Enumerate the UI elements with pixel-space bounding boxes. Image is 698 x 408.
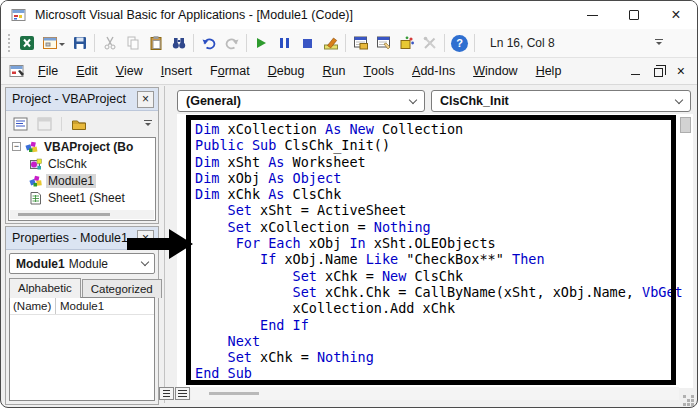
menubar: FileEditViewInsertFormatDebugRunToolsAdd…: [1, 58, 697, 85]
copy-icon[interactable]: [121, 32, 144, 55]
menu-view[interactable]: View: [107, 58, 152, 84]
properties-panel: Properties - Module1 × Module1 Module Al…: [5, 226, 159, 405]
menu-edit[interactable]: Edit: [67, 58, 107, 84]
chevron-down-icon: [409, 95, 417, 103]
menu-debug[interactable]: Debug: [259, 58, 314, 84]
line-col-indicator: Ln 16, Col 8: [490, 36, 555, 50]
properties-panel-title: Properties - Module1: [12, 231, 128, 245]
code-editor[interactable]: Dim xCollection As New CollectionPublic …: [177, 114, 693, 388]
properties-grid: (Name) Module1: [9, 297, 155, 401]
worksheet-icon: [28, 191, 43, 205]
tree-item-sheet1[interactable]: Sheet1 (Sheet: [9, 189, 155, 206]
run-icon[interactable]: [250, 32, 273, 55]
tree-item-clschk[interactable]: ClsChk: [9, 155, 155, 172]
insert-userform-icon[interactable]: [38, 32, 68, 55]
menu-file[interactable]: File: [29, 58, 67, 84]
scrollbar-thumb[interactable]: [209, 392, 259, 395]
tree-item-module1[interactable]: Module1: [9, 172, 155, 189]
chevron-down-icon: [141, 258, 149, 266]
code-hscrollbar[interactable]: [191, 387, 679, 400]
close-icon: ×: [671, 7, 680, 23]
procedure-view-button[interactable]: [159, 387, 174, 400]
toolbar-grip[interactable]: [7, 34, 12, 52]
selected-object-name: Module1: [16, 257, 65, 271]
save-icon[interactable]: [68, 32, 91, 55]
vba-project-icon: [24, 140, 39, 154]
properties-window-icon[interactable]: [372, 32, 395, 55]
tab-alphabetic[interactable]: Alphabetic: [9, 278, 81, 298]
project-tree: − VBAProject (Bo ClsChk Module1: [8, 137, 156, 221]
mdi-minimize-icon[interactable]: [631, 74, 640, 75]
vba-main-window: Microsoft Visual Basic for Applications …: [0, 0, 698, 408]
menu-run[interactable]: Run: [314, 58, 355, 84]
tree-label: Sheet1 (Sheet: [46, 191, 127, 205]
project-panel-title: Project - VBAProject: [12, 92, 126, 106]
paste-icon[interactable]: [144, 32, 167, 55]
tree-item-vbaproject[interactable]: − VBAProject (Bo: [9, 138, 155, 155]
property-value[interactable]: Module1: [56, 300, 104, 312]
insert-dropdown-caret[interactable]: [59, 43, 65, 49]
properties-panel-close-button[interactable]: ×: [137, 230, 154, 247]
tab-categorized[interactable]: Categorized: [82, 279, 162, 298]
minimize-icon: [587, 15, 598, 16]
project-panel-titlebar[interactable]: Project - VBAProject ×: [6, 88, 158, 111]
project-panel-close-button[interactable]: ×: [137, 91, 154, 108]
tree-label: ClsChk: [46, 157, 89, 171]
menu-window[interactable]: Window: [464, 58, 526, 84]
tree-label: VBAProject (Bo: [42, 140, 135, 154]
panel-splitter[interactable]: [164, 86, 165, 403]
project-tree-hscrollbar[interactable]: [10, 210, 154, 219]
procedure-dropdown-value: ClsChk_Init: [440, 94, 509, 108]
minimize-button[interactable]: [571, 1, 613, 29]
maximize-button[interactable]: [613, 1, 655, 29]
reset-icon[interactable]: [296, 32, 319, 55]
mdi-restore-icon[interactable]: [654, 68, 663, 77]
menu-insert[interactable]: Insert: [152, 58, 201, 84]
project-explorer-panel: Project - VBAProject × − VBAProject (Bo: [5, 87, 159, 224]
undo-icon[interactable]: [197, 32, 220, 55]
find-icon[interactable]: [167, 32, 190, 55]
property-row: (Name) Module1: [10, 298, 154, 315]
design-mode-icon[interactable]: [319, 32, 342, 55]
break-icon[interactable]: [273, 32, 296, 55]
scrollbar-thumb[interactable]: [18, 213, 110, 216]
titlebar: Microsoft Visual Basic for Applications …: [1, 1, 697, 29]
cut-icon[interactable]: [98, 32, 121, 55]
view-microsoft-excel-icon[interactable]: [15, 32, 38, 55]
tree-label: Module1: [46, 174, 96, 188]
menu-format[interactable]: Format: [201, 58, 259, 84]
menu-addins[interactable]: Add-Ins: [403, 58, 464, 84]
menubar-form-icon: [9, 63, 25, 79]
project-explorer-icon[interactable]: [349, 32, 372, 55]
collapse-icon[interactable]: −: [12, 142, 21, 151]
menu-help[interactable]: Help: [527, 58, 571, 84]
window-title: Microsoft Visual Basic for Applications …: [35, 8, 353, 22]
toolbox-icon[interactable]: [418, 32, 441, 55]
toolbar-overflow-button[interactable]: [655, 39, 663, 48]
code-text: Dim xCollection As New CollectionPublic …: [195, 121, 683, 382]
properties-panel-titlebar[interactable]: Properties - Module1 ×: [6, 227, 158, 250]
close-button[interactable]: ×: [655, 1, 697, 29]
mdi-close-icon[interactable]: ×: [677, 64, 685, 78]
maximize-icon: [629, 10, 639, 20]
module-icon: [28, 174, 43, 188]
object-dropdown[interactable]: (General): [177, 90, 425, 112]
view-object-icon[interactable]: [34, 114, 55, 134]
menu-items: FileEditViewInsertFormatDebugRunToolsAdd…: [29, 58, 570, 84]
class-module-icon: [28, 157, 43, 171]
properties-tabs: Alphabetic Categorized: [9, 278, 163, 298]
code-vscrollbar-thumb[interactable]: [680, 117, 691, 133]
toggle-folders-icon[interactable]: [68, 114, 89, 134]
procedure-dropdown[interactable]: ClsChk_Init: [431, 90, 691, 112]
menu-tools[interactable]: Tools: [354, 58, 403, 84]
help-icon[interactable]: ?: [448, 32, 471, 55]
property-key: (Name): [10, 298, 56, 314]
object-browser-icon[interactable]: [395, 32, 418, 55]
redo-icon[interactable]: [220, 32, 243, 55]
full-module-view-button[interactable]: [175, 387, 190, 400]
view-code-icon[interactable]: [10, 114, 31, 134]
resize-grip-icon[interactable]: [683, 395, 686, 398]
object-selector-dropdown[interactable]: Module1 Module: [9, 253, 155, 274]
project-toolbar-overflow[interactable]: [144, 120, 152, 129]
chevron-down-icon: [675, 95, 683, 103]
